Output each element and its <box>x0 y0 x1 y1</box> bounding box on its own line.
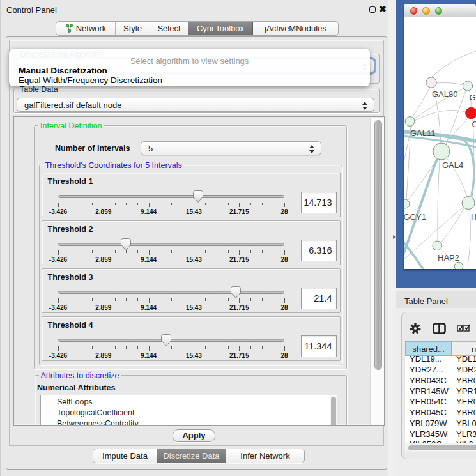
cell-name[interactable]: YDL1 <box>456 354 476 364</box>
slider-minor-tick <box>262 298 263 301</box>
numerical-attributes-list[interactable]: SelfLoopsTopologicalCoefficientBetweenne… <box>40 395 337 426</box>
column-layout-icon[interactable] <box>433 323 446 334</box>
threshold-value-field-3[interactable]: 21.4 <box>301 288 337 309</box>
attribute-list-item[interactable]: TopologicalCoefficient <box>57 408 134 417</box>
cell-shared-name[interactable]: YBR043C <box>410 376 447 385</box>
cell-name[interactable]: YER0 <box>456 397 476 406</box>
popup-item-equal-width-frequency-discretization[interactable]: Equal Width/Frequency Discretization <box>9 75 370 85</box>
table-horizontal-scrollbar-thumb[interactable] <box>408 445 476 450</box>
tab-label: Infer Network <box>240 451 289 461</box>
tab-discretize-data[interactable]: Discretize Data <box>157 449 226 463</box>
slider-minor-tick <box>70 346 70 349</box>
popup-item-select-algorithm-to-view-settings[interactable]: Select algorithm to view settings <box>9 56 370 66</box>
cell-shared-name[interactable]: YBL079W <box>410 418 447 428</box>
settings-gear-icon[interactable] <box>410 323 421 334</box>
tab-infer-network[interactable]: Infer Network <box>226 449 304 463</box>
number-of-intervals-combobox[interactable]: 5 <box>141 141 321 155</box>
float-window-icon[interactable] <box>369 6 376 13</box>
cell-shared-name[interactable]: YDL19... <box>410 354 442 364</box>
table-row[interactable]: YBL079WYBL0 <box>405 418 476 427</box>
slider-major-tick <box>58 203 59 207</box>
network-edge[interactable] <box>413 88 430 117</box>
cell-name[interactable]: YDR2 <box>456 365 476 374</box>
threshold-value-field-2[interactable]: 6.316 <box>301 240 337 261</box>
popup-item-manual-discretization[interactable]: Manual Discretization <box>9 66 370 75</box>
attributes-list-scrollbar-thumb[interactable] <box>331 397 336 426</box>
tab-network[interactable]: Network <box>56 22 116 35</box>
tab-cyni-toolbox[interactable]: Cyni Toolbox <box>188 22 253 35</box>
slider-minor-tick <box>160 298 160 301</box>
network-node[interactable] <box>433 241 442 250</box>
slider-track[interactable] <box>58 291 284 294</box>
slider-thumb[interactable] <box>229 286 242 299</box>
close-icon[interactable]: ✖ <box>379 3 388 15</box>
slider-major-tick <box>194 298 194 303</box>
network-node[interactable] <box>462 197 475 210</box>
slider-minor-tick <box>81 203 81 205</box>
attribute-list-item[interactable]: SelfLoops <box>57 397 93 406</box>
table-row[interactable]: YDR27...YDR2 <box>405 365 476 374</box>
threshold-value-field-4[interactable]: 11.344 <box>301 335 337 357</box>
slider-track[interactable] <box>58 195 284 198</box>
cell-name[interactable]: YBR0 <box>456 376 476 385</box>
network-canvas[interactable]: GAL80GACGAL11GAL4GCY1HHAP2 <box>404 17 476 269</box>
window-minimize-icon[interactable] <box>422 7 430 15</box>
network-node[interactable] <box>433 143 450 160</box>
cell-shared-name[interactable]: YDR27... <box>410 365 443 374</box>
network-node[interactable] <box>463 81 472 91</box>
tab-jactivemnodules[interactable]: jActiveMNodules <box>253 22 338 35</box>
tab-select[interactable]: Select <box>150 22 188 35</box>
slider-thumb[interactable] <box>192 190 204 203</box>
table-horizontal-scrollbar[interactable] <box>405 443 476 452</box>
apply-button[interactable]: Apply <box>173 429 215 442</box>
cell-shared-name[interactable]: YLR345W <box>410 429 447 439</box>
cell-name[interactable]: YPR1 <box>456 387 476 396</box>
slider-minor-tick <box>92 298 93 301</box>
cell-name[interactable]: YLR3 <box>456 429 476 439</box>
slider-minor-tick <box>160 250 160 253</box>
cell-shared-name[interactable]: YER054C <box>410 397 447 406</box>
settings-vertical-scrollbar[interactable] <box>370 118 384 426</box>
table-row[interactable]: YLR345WYLR3 <box>405 429 476 438</box>
table-row[interactable]: YBR045CYBR0 <box>405 408 476 417</box>
slider-thumb[interactable] <box>160 334 173 347</box>
cell-shared-name[interactable]: YBR045C <box>410 408 447 417</box>
slider-track[interactable] <box>58 243 284 246</box>
network-window-titlebar[interactable] <box>404 4 476 17</box>
attribute-list-item[interactable]: BetweennessCentrality <box>57 419 139 426</box>
tab-style[interactable]: Style <box>116 22 150 35</box>
attributes-list-scrollbar[interactable] <box>330 396 337 426</box>
network-icon <box>65 24 73 33</box>
slider-minor-tick <box>205 250 206 253</box>
slider-minor-tick <box>205 346 206 349</box>
window-zoom-icon[interactable] <box>435 7 443 15</box>
network-edge[interactable] <box>432 51 476 77</box>
network-edge[interactable] <box>441 208 464 243</box>
network-node[interactable] <box>466 107 476 119</box>
settings-vertical-scrollbar-thumb[interactable] <box>374 120 382 370</box>
network-node-label: GCY1 <box>404 212 426 222</box>
network-node[interactable] <box>404 199 410 208</box>
table-row[interactable]: YDL19...YDL1 <box>405 354 476 363</box>
slider-major-tick <box>104 203 104 207</box>
checkbox-checked-icon[interactable] <box>463 324 471 332</box>
table-row[interactable]: YBR043CYBR0 <box>405 376 476 385</box>
table-row[interactable]: YER054CYER0 <box>405 397 476 406</box>
cell-name[interactable]: YBL0 <box>456 418 476 428</box>
window-close-icon[interactable] <box>410 7 418 15</box>
cell-name[interactable]: YBR0 <box>456 408 476 417</box>
slider-tick-label: -3.426 <box>42 208 74 215</box>
threshold-value-field-1[interactable]: 14.713 <box>301 192 337 213</box>
network-node[interactable] <box>454 262 463 269</box>
network-edge[interactable] <box>408 158 438 200</box>
cell-shared-name[interactable]: YPR145W <box>410 387 449 396</box>
slider-thumb[interactable] <box>119 238 132 251</box>
tab-impute-data[interactable]: Impute Data <box>93 449 157 463</box>
network-node[interactable] <box>426 77 436 88</box>
table-data-combobox[interactable]: galFiltered.sif default node <box>17 98 374 112</box>
network-edge[interactable] <box>468 209 470 266</box>
network-node[interactable] <box>405 117 415 127</box>
slider-major-tick <box>239 203 240 207</box>
network-edge[interactable] <box>436 82 463 85</box>
table-row[interactable]: YPR145WYPR1 <box>405 387 476 395</box>
